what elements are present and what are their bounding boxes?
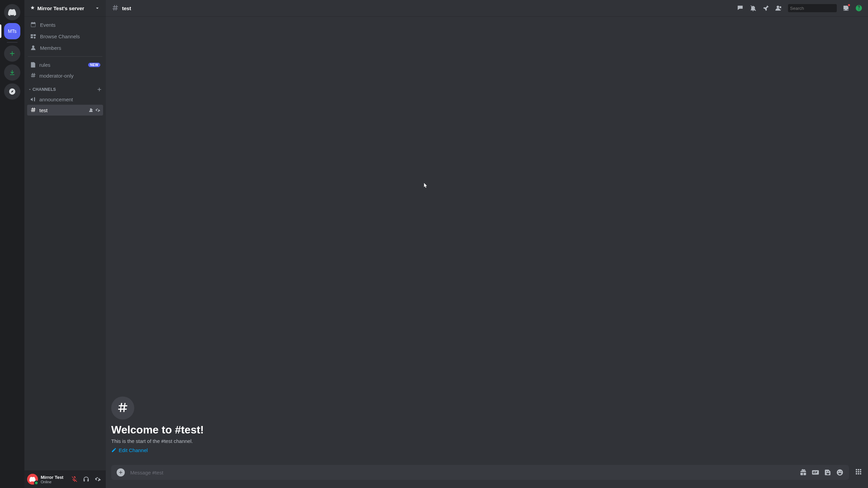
channel-empty-state: Welcome to #test! This is the start of t… xyxy=(111,396,863,454)
user-panel: Mirror Test Online xyxy=(24,470,106,488)
emoji-icon xyxy=(836,469,844,476)
help-icon xyxy=(855,4,863,12)
server-abbr: MTs xyxy=(8,28,17,34)
channel-sidebar: Mirror Test's server Events Browse Chann… xyxy=(24,0,106,488)
status-indicator xyxy=(34,481,39,485)
app-root: MTs Mirror Test's server Events xyxy=(0,0,868,488)
channel-test[interactable]: test xyxy=(27,105,103,116)
dm-home-button[interactable] xyxy=(4,4,20,20)
gif-icon xyxy=(812,469,819,476)
browse-icon xyxy=(30,33,37,40)
channel-announcement[interactable]: announcement xyxy=(27,94,103,105)
rail-separator xyxy=(7,42,18,43)
plus-icon xyxy=(8,50,16,57)
compass-icon xyxy=(8,88,16,95)
bell-muted-icon xyxy=(749,4,757,12)
people-icon xyxy=(775,4,783,12)
attach-button[interactable] xyxy=(117,468,125,476)
community-badge-icon xyxy=(30,5,35,11)
hash-shield-icon xyxy=(30,72,37,79)
empty-state-title: Welcome to #test! xyxy=(111,424,863,436)
plus-icon xyxy=(118,470,123,475)
gear-icon xyxy=(94,476,101,483)
sidebar-events[interactable]: Events xyxy=(27,19,103,30)
hash-icon xyxy=(30,107,37,114)
deafen-button[interactable] xyxy=(81,474,92,485)
category-label: CHANNELS xyxy=(33,87,56,92)
members-icon xyxy=(30,44,37,51)
gear-icon[interactable] xyxy=(95,107,100,113)
chat-main: test xyxy=(106,0,868,488)
user-avatar[interactable] xyxy=(27,474,38,485)
sidebar-separator xyxy=(28,56,102,57)
threads-button[interactable] xyxy=(736,4,744,12)
mic-muted-icon xyxy=(71,476,78,483)
inbox-button[interactable] xyxy=(842,4,850,12)
search-input[interactable] xyxy=(790,6,847,11)
notifications-button[interactable] xyxy=(749,4,757,12)
empty-state-subtitle: This is the start of the #test channel. xyxy=(111,438,863,444)
chevron-down-icon xyxy=(94,5,100,11)
channel-label: announcement xyxy=(39,97,100,102)
add-server-button[interactable] xyxy=(4,45,20,62)
channel-label: moderator-only xyxy=(39,73,100,79)
sidebar-scroll[interactable]: Events Browse Channels Members rules NEW… xyxy=(24,16,106,470)
compose-row xyxy=(106,465,868,488)
gift-icon xyxy=(800,469,807,476)
user-info[interactable]: Mirror Test Online xyxy=(41,475,66,484)
channel-title: test xyxy=(122,5,131,11)
gif-button[interactable] xyxy=(812,469,819,476)
calendar-icon xyxy=(30,21,37,28)
emoji-button[interactable] xyxy=(836,469,844,476)
user-settings-button[interactable] xyxy=(92,474,103,485)
empty-state-icon xyxy=(111,396,134,420)
edit-channel-link[interactable]: Edit Channel xyxy=(111,447,148,453)
megaphone-icon xyxy=(30,96,37,103)
edit-channel-label: Edit Channel xyxy=(119,447,148,453)
search-box[interactable] xyxy=(788,4,837,12)
headphones-icon xyxy=(83,476,90,483)
discover-button[interactable] xyxy=(4,83,20,100)
invite-icon[interactable] xyxy=(88,107,94,113)
sticker-button[interactable] xyxy=(824,469,831,476)
pencil-icon xyxy=(111,447,117,453)
sidebar-members[interactable]: Members xyxy=(27,42,103,54)
help-button[interactable] xyxy=(855,4,863,12)
chat-body[interactable]: Welcome to #test! This is the start of t… xyxy=(106,16,868,465)
server-button-active[interactable]: MTs xyxy=(4,23,20,39)
user-name: Mirror Test xyxy=(41,475,66,480)
new-badge: NEW xyxy=(88,63,100,67)
channel-rules[interactable]: rules NEW xyxy=(27,59,103,70)
apps-button[interactable] xyxy=(854,468,863,477)
hash-icon xyxy=(116,401,130,415)
download-icon xyxy=(8,69,16,76)
inbox-unread-badge xyxy=(847,3,851,7)
cursor-icon xyxy=(424,183,428,188)
rules-icon xyxy=(30,61,37,68)
sticker-icon xyxy=(824,469,831,476)
server-header[interactable]: Mirror Test's server xyxy=(24,0,106,16)
message-input[interactable] xyxy=(130,470,794,475)
member-list-button[interactable] xyxy=(775,4,783,12)
channel-moderator-only[interactable]: moderator-only xyxy=(27,70,103,81)
sidebar-item-label: Members xyxy=(40,45,61,51)
server-rail: MTs xyxy=(0,0,24,488)
category-header[interactable]: CHANNELS xyxy=(27,81,103,94)
channel-label: test xyxy=(39,107,85,113)
channel-label: rules xyxy=(39,62,85,68)
message-compose[interactable] xyxy=(111,465,849,480)
add-channel-icon[interactable] xyxy=(96,86,102,93)
hash-icon xyxy=(111,4,119,12)
apps-icon xyxy=(854,468,863,476)
sidebar-browse-channels[interactable]: Browse Channels xyxy=(27,30,103,42)
chat-header: test xyxy=(106,0,868,16)
sidebar-item-label: Events xyxy=(40,22,56,28)
pin-icon xyxy=(762,4,770,12)
gift-button[interactable] xyxy=(800,469,807,476)
mute-button[interactable] xyxy=(69,474,80,485)
download-apps-button[interactable] xyxy=(4,64,20,81)
threads-icon xyxy=(736,4,744,12)
pinned-button[interactable] xyxy=(762,4,770,12)
user-status: Online xyxy=(41,480,66,484)
sidebar-item-label: Browse Channels xyxy=(40,34,80,39)
